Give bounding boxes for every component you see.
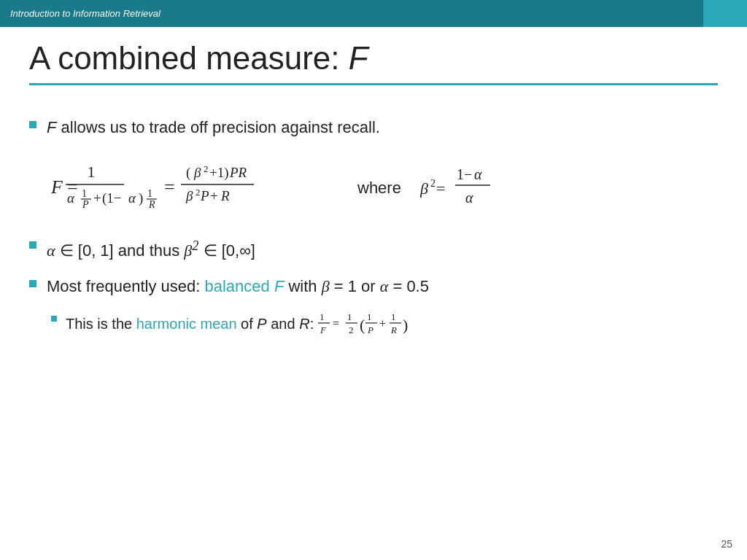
bullet-4-b: of <box>237 316 258 332</box>
slide-title-plain: A combined measure: <box>29 40 349 76</box>
p-italic: P <box>257 316 266 332</box>
svg-text:(: ( <box>186 165 190 181</box>
bullet-item-4: This is the harmonic mean of P and R: 1 … <box>51 311 718 339</box>
svg-text:P: P <box>367 324 374 335</box>
svg-text:1: 1 <box>391 311 396 322</box>
header-accent <box>703 0 747 27</box>
bullet-item-3: Most frequently used: balanced F with β … <box>29 276 718 298</box>
svg-text:PR: PR <box>229 165 247 180</box>
svg-text:α: α <box>67 190 75 206</box>
bullet-text-1: F allows us to trade off precision again… <box>47 117 380 139</box>
slide-title: A combined measure: F <box>29 40 718 77</box>
bullet-2-text-b: ∈ [0,∞] <box>198 241 255 260</box>
svg-text:1: 1 <box>320 311 325 322</box>
header-bar: Introduction to Information Retrieval <box>0 0 747 27</box>
svg-text:): ) <box>139 190 143 206</box>
f-italic-1: F <box>47 118 56 136</box>
svg-text:(1−: (1− <box>102 190 122 206</box>
harmonic-formula: 1 F = 1 2 ( 1 P + 1 R <box>318 311 449 339</box>
where-formula-svg: β 2 = 1− α α <box>420 159 537 217</box>
svg-text:β: β <box>419 179 428 198</box>
bullet-text-4: This is the harmonic mean of P and R: 1 … <box>66 311 449 339</box>
svg-text:2: 2 <box>204 163 209 174</box>
bullet-item-2: α ∈ [0, 1] and thus β2 ∈ [0,∞] <box>29 237 718 262</box>
r-italic: R <box>299 316 309 332</box>
svg-text:+: + <box>379 317 386 330</box>
beta-3: β <box>322 277 330 295</box>
alpha-3: α <box>380 277 389 295</box>
formula-block: F = 1 α 1 P + (1− α ) 1 R = <box>51 155 718 221</box>
bullet-3-a: Most frequently used: <box>47 277 204 295</box>
page-number: 25 <box>721 538 732 550</box>
slide-title-area: A combined measure: F <box>29 40 718 85</box>
svg-text:): ) <box>403 316 408 334</box>
bullet-square-3 <box>29 280 36 287</box>
where-text: where <box>357 179 401 198</box>
svg-text:2: 2 <box>349 324 354 335</box>
svg-text:2: 2 <box>430 178 436 189</box>
bullet-4-a: This is the <box>66 316 136 332</box>
bullet-text-3: Most frequently used: balanced F with β … <box>47 276 429 298</box>
bullet-1-text: allows us to trade off precision against… <box>56 118 380 136</box>
svg-text:+: + <box>93 190 101 206</box>
bullet-item-1: F allows us to trade off precision again… <box>29 117 718 139</box>
svg-text:F: F <box>50 176 63 198</box>
svg-text:α: α <box>474 166 482 182</box>
bullet-square-1 <box>29 121 36 128</box>
bullet-3-b: with <box>284 277 321 295</box>
svg-text:+1): +1) <box>209 165 229 181</box>
svg-text:1: 1 <box>82 188 87 199</box>
svg-text:2: 2 <box>196 187 201 198</box>
slide-content: F allows us to trade off precision again… <box>29 117 718 352</box>
svg-text:1: 1 <box>88 163 96 181</box>
slide-title-italic: F <box>349 40 368 76</box>
svg-text:1: 1 <box>147 188 152 199</box>
f-italic-3: F <box>274 277 284 295</box>
alpha-text: α <box>47 241 55 260</box>
svg-text:(: ( <box>360 316 365 334</box>
bullet-3-d: = 0.5 <box>388 277 429 295</box>
svg-text:R: R <box>220 188 230 203</box>
svg-text:F: F <box>320 324 327 335</box>
bullet-square-4 <box>51 316 57 322</box>
bullet-4-c: and <box>267 316 299 332</box>
svg-text:β: β <box>193 165 201 180</box>
svg-text:1: 1 <box>347 311 352 322</box>
svg-text:R: R <box>390 324 397 335</box>
svg-text:+: + <box>210 188 218 203</box>
beta-text: β <box>184 241 192 260</box>
bullet-4-d: : <box>310 316 318 332</box>
svg-text:α: α <box>465 190 473 206</box>
svg-text:1−: 1− <box>457 166 472 182</box>
bullet-2-text: ∈ [0, 1] and thus <box>55 241 185 260</box>
svg-text:=: = <box>164 176 175 198</box>
svg-text:P: P <box>82 199 89 210</box>
svg-text:R: R <box>148 199 155 210</box>
svg-text:=: = <box>333 317 339 330</box>
bullet-4-teal: harmonic mean <box>136 316 237 332</box>
svg-text:1: 1 <box>367 311 372 322</box>
svg-text:β: β <box>185 188 193 203</box>
title-underline <box>29 83 718 85</box>
svg-text:=: = <box>436 179 445 198</box>
formula-svg: F = 1 α 1 P + (1− α ) 1 R = <box>51 155 336 221</box>
header-title: Introduction to Information Retrieval <box>10 8 160 19</box>
svg-text:α: α <box>128 190 136 206</box>
svg-text:P: P <box>200 188 209 203</box>
bullet-3-teal: balanced F <box>204 277 284 295</box>
bullet-text-2: α ∈ [0, 1] and thus β2 ∈ [0,∞] <box>47 237 255 262</box>
bullet-3-c: = 1 or <box>330 277 380 295</box>
bullet-square-2 <box>29 241 36 249</box>
